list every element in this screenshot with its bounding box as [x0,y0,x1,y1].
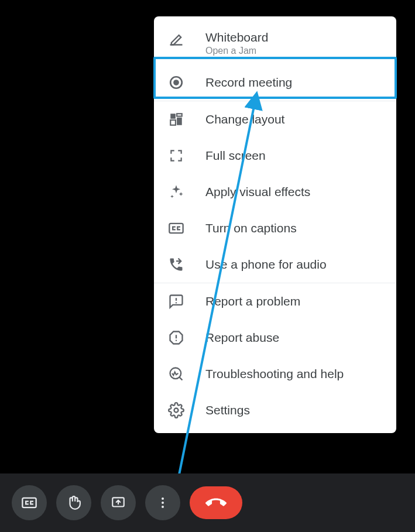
present-button[interactable] [101,485,136,520]
layout-label: Change layout [205,112,284,126]
svg-rect-2 [170,114,176,119]
svg-rect-6 [169,224,183,233]
settings-label: Settings [205,403,250,417]
menu-item-record[interactable]: Record meeting [154,64,396,101]
menu-item-whiteboard[interactable]: Whiteboard Open a Jam [154,21,396,64]
report-abuse-label: Report abuse [205,331,279,345]
fullscreen-label: Full screen [205,149,266,163]
phone-forward-icon [168,256,184,273]
menu-item-settings[interactable]: Settings [154,392,396,428]
svg-point-20 [162,502,164,504]
troubleshoot-label: Troubleshooting and help [205,367,344,381]
record-icon [168,74,184,91]
svg-point-1 [173,80,179,85]
svg-rect-4 [170,120,176,125]
sparkle-icon [168,184,184,200]
raise-hand-button[interactable] [56,485,91,520]
menu-item-fullscreen[interactable]: Full screen [154,138,396,174]
svg-point-11 [176,340,177,341]
menu-item-effects[interactable]: Apply visual effects [154,174,396,210]
report-problem-label: Report a problem [205,294,300,308]
end-call-button[interactable] [190,486,242,519]
troubleshoot-icon [168,366,184,382]
whiteboard-label: Whiteboard [205,30,268,44]
meeting-toolbar [0,473,415,532]
phone-label: Use a phone for audio [205,258,327,272]
captions-icon [168,220,184,236]
svg-point-19 [162,497,164,500]
gear-icon [168,402,184,418]
whiteboard-subtitle: Open a Jam [205,46,268,56]
captions-button[interactable] [12,485,47,520]
layout-icon [168,111,184,128]
pencil-icon [168,30,184,47]
svg-rect-17 [22,498,36,507]
svg-point-14 [174,409,179,413]
svg-line-13 [179,377,182,380]
menu-item-phone[interactable]: Use a phone for audio [154,246,396,283]
menu-item-report-problem[interactable]: Report a problem [154,283,396,320]
svg-point-8 [176,302,177,303]
svg-point-21 [162,506,164,508]
captions-label: Turn on captions [205,221,297,235]
menu-item-layout[interactable]: Change layout [154,101,396,138]
record-label: Record meeting [205,75,292,90]
svg-rect-3 [177,114,182,116]
effects-label: Apply visual effects [205,185,310,199]
feedback-icon [168,293,184,310]
more-options-menu: Whiteboard Open a Jam Record meeting Cha… [154,16,396,433]
menu-item-report-abuse[interactable]: Report abuse [154,320,396,356]
menu-item-troubleshoot[interactable]: Troubleshooting and help [154,356,396,392]
more-options-button[interactable] [145,485,180,520]
menu-item-captions[interactable]: Turn on captions [154,210,396,246]
svg-rect-5 [177,118,182,125]
report-abuse-icon [168,330,184,346]
fullscreen-icon [168,147,184,164]
